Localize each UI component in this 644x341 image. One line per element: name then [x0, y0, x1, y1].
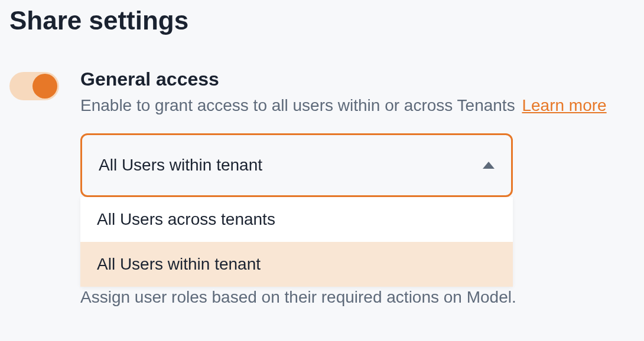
dropdown-panel: All Users across tenants All Users withi… — [80, 197, 513, 287]
toggle-knob — [32, 74, 57, 99]
access-scope-dropdown-trigger[interactable]: All Users within tenant — [80, 133, 513, 197]
general-access-heading: General access — [80, 68, 635, 90]
general-access-desc-text: Enable to grant access to all users with… — [80, 96, 515, 114]
page-title: Share settings — [9, 6, 635, 35]
general-access-description: Enable to grant access to all users with… — [80, 94, 635, 117]
dropdown-option-within-tenant[interactable]: All Users within tenant — [80, 242, 513, 287]
learn-more-link[interactable]: Learn more — [522, 96, 606, 114]
dropdown-option-across-tenants[interactable]: All Users across tenants — [80, 197, 513, 242]
general-access-text: General access Enable to grant access to… — [80, 68, 635, 117]
chevron-up-icon — [483, 162, 495, 169]
general-access-row: General access Enable to grant access to… — [9, 68, 635, 117]
dropdown-selected-value: All Users within tenant — [99, 156, 262, 175]
general-access-toggle[interactable] — [9, 72, 59, 100]
access-scope-dropdown-wrapper: All Users within tenant All Users across… — [80, 133, 513, 287]
access-scope-dropdown: All Users within tenant All Users across… — [80, 133, 513, 287]
helper-text: Assign user roles based on their require… — [80, 288, 635, 307]
